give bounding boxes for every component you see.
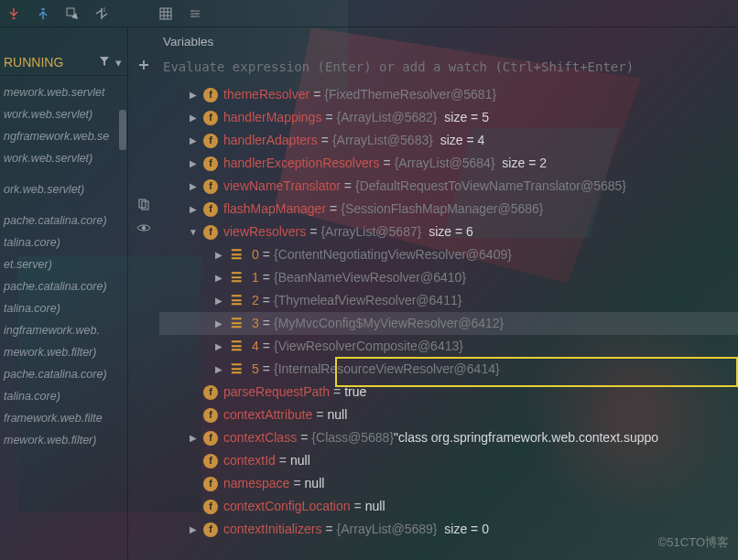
thread-item[interactable]: talina.core) <box>0 297 127 319</box>
evaluate-expression-input[interactable]: Evaluate expression (Enter) or add a wat… <box>159 54 738 83</box>
thread-item[interactable] <box>0 169 127 178</box>
settings-icon[interactable] <box>187 5 203 22</box>
variable-row[interactable]: ▶fhandlerExceptionResolvers = {ArrayList… <box>159 152 738 175</box>
field-icon: f <box>203 225 218 240</box>
collapse-icon[interactable]: ▼ <box>187 221 200 242</box>
thread-item[interactable]: mework.web.servlet <box>0 81 127 103</box>
variable-row[interactable]: fcontextId = null <box>159 449 738 472</box>
threads-panel: RUNNING ▾ mework.web.servletwork.web.ser… <box>0 27 128 560</box>
thread-item[interactable]: work.web.servlet) <box>0 147 127 169</box>
expand-icon[interactable]: ▶ <box>212 244 225 265</box>
variable-row[interactable]: ▶fthemeResolver = {FixedThemeResolver@56… <box>159 83 738 106</box>
step-out-icon[interactable] <box>35 5 51 22</box>
field-icon: f <box>203 522 218 537</box>
thread-item[interactable]: ngframework.web.se <box>0 125 127 147</box>
step-into-icon[interactable] <box>5 5 22 22</box>
svg-point-10 <box>142 226 146 230</box>
variable-row[interactable]: fcontextConfigLocation = null <box>159 495 738 518</box>
expand-icon[interactable]: ▶ <box>212 359 225 380</box>
expand-icon[interactable]: ▶ <box>187 107 200 128</box>
variable-row[interactable]: fcontextAttribute = null <box>159 404 738 426</box>
field-icon: f <box>203 111 218 125</box>
svg-rect-4 <box>160 8 171 19</box>
grid-icon[interactable] <box>157 5 174 22</box>
expand-icon[interactable]: ▶ <box>187 427 200 448</box>
variable-row[interactable]: ▶☰1 = {BeanNameViewResolver@6410} <box>159 266 738 289</box>
variable-row[interactable]: fparseRequestPath = true <box>159 381 738 404</box>
variable-row[interactable]: ▶☰3 = {MyMvcConfig$MyViewResolver@6412} <box>159 312 738 335</box>
thread-item[interactable]: talina.core) <box>0 232 127 253</box>
thread-item[interactable] <box>0 451 127 460</box>
thread-item[interactable]: et.server) <box>0 253 127 275</box>
thread-item[interactable]: pache.catalina.core) <box>0 275 127 297</box>
field-icon: f <box>203 202 218 217</box>
thread-item[interactable]: work.web.servlet) <box>0 103 127 125</box>
panel-title: Variables <box>159 27 738 54</box>
thread-item[interactable]: pache.catalina.core) <box>0 210 127 232</box>
evaluate-icon[interactable]: I <box>93 5 110 22</box>
field-icon: f <box>203 134 218 148</box>
thread-item[interactable]: mework.web.filter) <box>0 429 127 451</box>
thread-item[interactable] <box>0 200 127 210</box>
element-icon: ☰ <box>229 313 246 334</box>
field-icon: f <box>203 179 218 194</box>
thread-item[interactable]: ingframework.web. <box>0 319 127 341</box>
variable-row[interactable]: ▶☰4 = {ViewResolverComposite@6413} <box>159 335 738 358</box>
watch-icon[interactable] <box>136 220 152 236</box>
expand-icon[interactable]: ▶ <box>212 290 225 311</box>
field-icon: f <box>203 385 218 400</box>
variable-row[interactable]: ▶fhandlerAdapters = {ArrayList@5683} siz… <box>159 129 738 152</box>
expand-icon[interactable]: ▶ <box>187 199 200 220</box>
variable-row[interactable]: fnamespace = null <box>159 472 738 495</box>
filter-icon[interactable] <box>99 56 110 70</box>
element-icon: ☰ <box>229 359 246 380</box>
thread-item[interactable]: talina.core) <box>0 385 127 407</box>
variable-row[interactable]: ▶☰2 = {ThymeleafViewResolver@6411} <box>159 289 738 312</box>
copy-icon[interactable] <box>136 196 152 212</box>
expand-icon[interactable]: ▶ <box>212 313 225 334</box>
svg-rect-1 <box>42 8 45 10</box>
thread-item[interactable]: pache.catalina.core) <box>0 363 127 385</box>
variable-row[interactable]: ▶fviewNameTranslator = {DefaultRequestTo… <box>159 175 738 198</box>
element-icon: ☰ <box>229 244 246 265</box>
thread-item[interactable]: framework.web.filte <box>0 407 127 429</box>
variable-row[interactable]: ▶fcontextClass = {Class@5688} "class org… <box>159 426 738 449</box>
add-watch-icon[interactable] <box>136 57 152 73</box>
svg-point-7 <box>192 15 195 17</box>
svg-text:I: I <box>103 7 105 13</box>
thread-item[interactable]: ork.web.servlet) <box>0 178 127 200</box>
thread-item[interactable]: mework.web.filter) <box>0 341 127 363</box>
variable-row[interactable]: ▶fhandlerMappings = {ArrayList@5682} siz… <box>159 106 738 129</box>
debug-toolbar: I <box>0 0 738 27</box>
variables-gutter <box>128 27 159 560</box>
variable-row[interactable]: ▶fcontextInitializers = {ArrayList@5689}… <box>159 518 738 541</box>
element-icon: ☰ <box>229 336 246 357</box>
expand-icon[interactable]: ▶ <box>187 84 200 105</box>
element-icon: ☰ <box>229 267 246 288</box>
expand-icon[interactable]: ▶ <box>212 267 225 288</box>
field-icon: f <box>203 156 218 171</box>
chevron-down-icon[interactable]: ▾ <box>115 56 122 70</box>
svg-point-6 <box>196 12 199 15</box>
field-icon: f <box>203 477 218 491</box>
variable-row[interactable]: ▶☰0 = {ContentNegotiatingViewResolver@64… <box>159 243 738 266</box>
field-icon: f <box>203 500 218 514</box>
expand-icon[interactable]: ▶ <box>187 176 200 197</box>
field-icon: f <box>203 431 218 446</box>
expand-icon[interactable]: ▶ <box>187 153 200 174</box>
variable-row[interactable]: ▼fviewResolvers = {ArrayList@5687} size … <box>159 221 738 243</box>
field-icon: f <box>203 408 218 423</box>
running-label: RUNNING <box>4 55 63 70</box>
expand-icon[interactable]: ▶ <box>187 130 200 151</box>
svg-point-5 <box>191 9 194 12</box>
variable-row[interactable]: ▶☰5 = {InternalResourceViewResolver@6414… <box>159 358 738 381</box>
field-icon: f <box>203 454 218 468</box>
svg-rect-2 <box>67 8 74 16</box>
expand-icon[interactable]: ▶ <box>187 519 200 540</box>
watermark: ©51CTO博客 <box>658 534 729 551</box>
run-to-cursor-icon[interactable] <box>64 5 81 22</box>
expand-icon[interactable]: ▶ <box>212 336 225 357</box>
scrollbar-thumb[interactable] <box>119 110 126 150</box>
variable-row[interactable]: ▶fflashMapManager = {SessionFlashMapMana… <box>159 198 738 221</box>
svg-rect-0 <box>13 17 16 19</box>
